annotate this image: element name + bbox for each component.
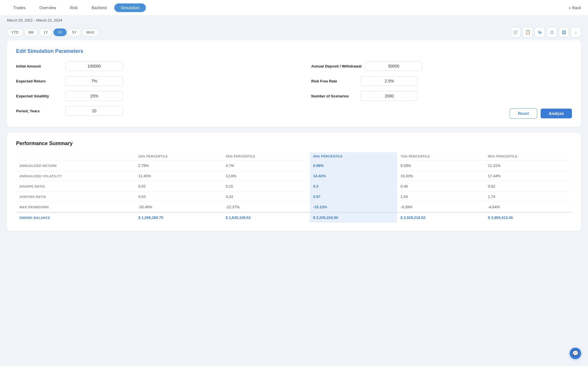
initial-amount-label: Initial Amount [16,64,62,68]
table-row: ENDING BALANCE$ 1,296,380.75$ 1,635,109.… [16,212,572,223]
cart-icon-btn[interactable]: 🛒 [510,27,521,37]
balance-icon-btn[interactable]: ⚖ [547,27,557,37]
col-header-p75: 75th PERCENTILE [397,152,484,161]
table-row: ANNUALIZED RETURN2.79%4.7%6.98%9.29%11.3… [16,161,572,171]
num-scenarios-input[interactable] [361,91,418,101]
back-arrow-icon: « [569,5,571,10]
tab-risk[interactable]: Risk [63,3,84,12]
annual-deposit-input[interactable] [365,61,422,71]
period-tab-3y[interactable]: 3Y [53,28,67,36]
tab-overview[interactable]: Overview [33,3,62,12]
table-cell-p10: 2.79% [135,161,222,171]
table-header-row: 10th PERCENTILE 25th PERCENTILE 50th PER… [16,152,572,161]
col-header-p25: 25th PERCENTILE [222,152,310,161]
risk-free-rate-input[interactable] [361,76,418,86]
table-cell-p90: $ 3,993,413.45 [485,212,572,223]
table-cell-p50: $ 2,205,234.90 [310,212,397,223]
expected-volatility-label: Expected Volatility [16,94,62,98]
tab-simulation[interactable]: Simulation [114,3,146,12]
table-cell-p50: 0.57 [310,192,397,202]
table-cell-p50: 6.98% [310,161,397,171]
period-tab-max[interactable]: MAX [82,28,99,36]
toolbar-row: YTD 6M 1Y 3Y 5Y MAX 🛒 📋 % ⚖ 🖼 ↓ [0,25,588,40]
period-tab-6m[interactable]: 6M [24,28,38,36]
table-cell-p10: 11.45% [135,171,222,181]
file-icon: 📋 [525,30,531,35]
table-cell-p10: $ 1,296,380.75 [135,212,222,223]
col-header-metric [16,152,135,161]
period-tab-ytd[interactable]: YTD [7,28,23,36]
actions-row: Reset Analyze [311,108,572,119]
table-cell-p25: -22.37% [222,202,310,213]
cart-icon: 🛒 [513,30,519,35]
table-cell-metric: SORTINO RATIO [16,192,135,202]
main-content: Edit Simulation Parameters Initial Amoun… [0,40,588,243]
table-cell-p25: 0.24 [222,192,310,202]
period-years-row: Period, Years [16,106,294,116]
tab-trades[interactable]: Trades [7,3,32,12]
risk-free-rate-label: Risk Free Rate [311,79,357,83]
num-scenarios-label: Number of Scenarios [311,94,357,98]
performance-summary-card: Performance Summary 10th PERCENTILE 25th… [7,132,581,231]
performance-title: Performance Summary [16,140,572,147]
period-tab-5y[interactable]: 5Y [68,28,81,36]
table-cell-metric: ENDING BALANCE [16,212,135,223]
annual-deposit-label: Annual Deposit / Withdrawal [311,64,361,68]
table-row: SORTINO RATIO0.030.240.571.041.74 [16,192,572,202]
expected-return-label: Expected Return [16,79,62,83]
table-cell-p10: 0.03 [135,192,222,202]
download-icon: ↓ [575,30,577,35]
expected-return-row: Expected Return [16,76,294,86]
balance-icon: ⚖ [550,30,554,35]
table-row: MAX DRAWDOWN-30.46%-22.37%-15.12%-9.39%-… [16,202,572,213]
table-row: SHARPE RATIO0.020.150.30.460.62 [16,181,572,192]
annual-deposit-row: Annual Deposit / Withdrawal [311,61,572,71]
params-left: Initial Amount Expected Return Expected … [16,61,294,119]
percent-icon-btn[interactable]: % [535,27,545,37]
table-cell-p75: $ 2,929,218.52 [397,212,484,223]
table-cell-p75: 0.46 [397,181,484,192]
table-cell-p50: 14.42% [310,171,397,181]
tab-backtest[interactable]: Backtest [85,3,113,12]
table-cell-p25: 0.15 [222,181,310,192]
num-scenarios-row: Number of Scenarios [311,91,572,101]
table-cell-p90: -4.64% [485,202,572,213]
simulation-params-card: Edit Simulation Parameters Initial Amoun… [7,40,581,127]
params-right: Annual Deposit / Withdrawal Risk Free Ra… [294,61,572,119]
params-grid: Initial Amount Expected Return Expected … [16,61,572,119]
download-icon-btn[interactable]: ↓ [571,27,581,37]
table-cell-p10: 0.02 [135,181,222,192]
photo-icon: 🖼 [562,30,566,35]
period-tabs: YTD 6M 1Y 3Y 5Y MAX [7,28,99,36]
table-cell-metric: MAX DRAWDOWN [16,202,135,213]
table-cell-p75: 1.04 [397,192,484,202]
table-cell-p75: 9.29% [397,161,484,171]
col-header-p50: 50th PERCENTILE [310,152,397,161]
table-cell-p90: 17.44% [485,171,572,181]
reset-button[interactable]: Reset [510,108,537,119]
expected-volatility-row: Expected Volatility [16,91,294,101]
col-header-p90: 90th PERCENTILE [485,152,572,161]
table-cell-p90: 11.31% [485,161,572,171]
table-cell-p50: -15.12% [310,202,397,213]
table-cell-p75: -9.39% [397,202,484,213]
table-cell-p75: 16.03% [397,171,484,181]
table-cell-p10: -30.46% [135,202,222,213]
col-header-p10: 10th PERCENTILE [135,152,222,161]
table-row: ANNUALIZED VOLATILITY11.45%12.8%14.42%16… [16,171,572,181]
photo-icon-btn[interactable]: 🖼 [559,27,569,37]
expected-volatility-input[interactable] [65,91,123,101]
table-cell-p25: 4.7% [222,161,310,171]
period-tab-1y[interactable]: 1Y [39,28,52,36]
table-cell-p25: $ 1,635,109.53 [222,212,310,223]
table-cell-p90: 1.74 [485,192,572,202]
file-icon-btn[interactable]: 📋 [523,27,533,37]
performance-table: 10th PERCENTILE 25th PERCENTILE 50th PER… [16,152,572,223]
analyze-button[interactable]: Analyze [541,109,572,118]
back-button[interactable]: « Back [569,5,581,10]
table-cell-p50: 0.3 [310,181,397,192]
period-years-input[interactable] [65,106,123,116]
table-cell-metric: ANNUALIZED RETURN [16,161,135,171]
expected-return-input[interactable] [65,76,123,86]
initial-amount-input[interactable] [65,61,123,71]
